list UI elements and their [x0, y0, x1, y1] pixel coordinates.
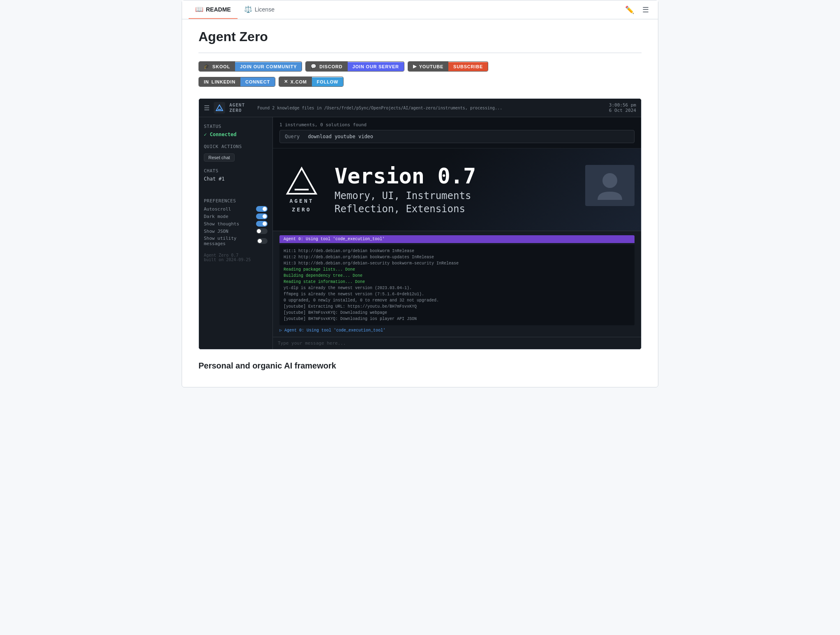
section-title: Personal and organic AI framework — [198, 361, 642, 371]
ss-query-row: Query download youtube video — [285, 134, 629, 139]
ss-terminal-line-6: yt-dlp is already the newest version (20… — [284, 285, 630, 291]
youtube-left: ▶ YOUTUBE — [408, 62, 448, 71]
ss-toggle-darkmode[interactable] — [256, 213, 268, 219]
linkedin-icon: in — [204, 79, 209, 84]
ss-terminal-footer: ▷ Agent 0: Using tool 'code_execution_to… — [279, 328, 635, 333]
page-wrapper: 📖 README ⚖️ License ✏️ ☰ Agent Zero 🎓 SK… — [182, 0, 658, 387]
ss-query-section: 1 instruments, 0 solutions found Query d… — [273, 117, 641, 148]
discord-icon: 💬 — [311, 64, 317, 69]
linkedin-badge: in LINKEDIN CONNECT — [198, 77, 275, 87]
badge-row-2: in LINKEDIN CONNECT ✕ X.COM FOLLOW — [198, 76, 642, 90]
tab-readme-label: README — [206, 6, 231, 13]
ss-pref-autoscroll: Autoscroll — [204, 206, 268, 212]
skool-icon: 🎓 — [204, 64, 210, 69]
ss-toggle-autoscroll[interactable] — [256, 206, 268, 212]
ss-terminal-line-5: Reading state information... Done — [284, 279, 630, 285]
ss-version-sub2: Reflection, Extensions — [335, 203, 476, 215]
youtube-badge: ▶ YOUTUBE SUBSCRIBE — [408, 61, 488, 72]
ss-status-section: Status ✓ Connected — [204, 124, 268, 137]
skool-right-btn[interactable]: JOIN OUR COMMUNITY — [235, 62, 302, 71]
ss-version-banner: AGENT ZERO Version 0.7 Memory, UI, Instr… — [273, 148, 641, 231]
skool-label: SKOOL — [212, 64, 230, 69]
ss-version-info: Agent Zero 0.7 built on 2024-09-25 — [204, 253, 268, 262]
ss-query-val: download youtube video — [308, 134, 373, 139]
ss-knowledge-msg: Found 2 knowledge files in /Users/frdel/… — [257, 106, 502, 110]
ss-pref-utility: Show utility messages — [204, 236, 268, 246]
discord-right-btn[interactable]: JOIN OUR SERVER — [348, 62, 404, 71]
ss-terminal-body: Hit:1 http://deb.debian.org/debian bookw… — [279, 245, 635, 325]
x-icon: ✕ — [284, 79, 288, 84]
ss-version-info-area: Version 0.7 Memory, UI, Instruments Refl… — [335, 165, 476, 214]
ss-terminal-line-11: [youtube] BH7mFsvxKYQ: Downloading ios p… — [284, 316, 630, 322]
ss-query-key: Query — [285, 134, 300, 139]
discord-label: DISCORD — [319, 64, 342, 69]
ss-chat-placeholder[interactable]: Type your message here... — [278, 341, 346, 346]
ss-chats-label: Chats — [204, 168, 268, 174]
agent-zero-logo — [285, 167, 318, 195]
ss-sidebar: Status ✓ Connected Quick Actions Reset c… — [199, 117, 273, 349]
ss-prefs-label: Preferences — [204, 198, 268, 204]
ss-toggle-thoughts[interactable] — [256, 221, 268, 227]
ss-toggle-json[interactable] — [256, 228, 268, 234]
xcom-right-btn[interactable]: FOLLOW — [312, 77, 343, 86]
ss-app-name: AGENTZERO — [229, 102, 245, 113]
list-button[interactable]: ☰ — [640, 3, 651, 17]
youtube-icon: ▶ — [413, 64, 417, 69]
divider — [198, 53, 642, 53]
ss-quick-actions-label: Quick Actions — [204, 144, 268, 149]
ss-chat-item[interactable]: Chat #1 — [204, 176, 268, 182]
edit-button[interactable]: ✏️ — [623, 3, 637, 17]
page-title: Agent Zero — [198, 29, 642, 44]
ss-toggle-utility[interactable] — [257, 238, 268, 244]
tabs-left: 📖 README ⚖️ License — [189, 0, 281, 19]
ss-logo — [214, 102, 225, 114]
skool-badge: 🎓 SKOOL JOIN OUR COMMUNITY — [198, 61, 302, 72]
xcom-badge: ✕ X.COM FOLLOW — [279, 76, 344, 87]
readme-icon: 📖 — [195, 5, 203, 13]
fake-screenshot: ☰ AGENTZERO Found 2 knowledge files in /… — [199, 99, 641, 349]
agent-logo-small — [216, 104, 223, 111]
tab-readme[interactable]: 📖 README — [189, 0, 238, 19]
ss-terminal-line-0: Hit:1 http://deb.debian.org/debian bookw… — [284, 248, 630, 254]
ss-pref-json: Show JSON — [204, 228, 268, 234]
ss-right: 1 instruments, 0 solutions found Query d… — [273, 117, 641, 349]
ss-instruments-found: 1 instruments, 0 solutions found — [279, 122, 635, 127]
ss-terminal-line-10: [youtube] BH7mFsvxKYQ: Downloading webpa… — [284, 310, 630, 316]
license-icon: ⚖️ — [244, 5, 252, 13]
ss-reset-btn[interactable]: Reset chat — [204, 153, 235, 162]
content-area: Agent Zero 🎓 SKOOL JOIN OUR COMMUNITY 💬 … — [182, 19, 658, 387]
screenshot-container: ☰ AGENTZERO Found 2 knowledge files in /… — [198, 98, 642, 350]
ss-chat-input-area: Type your message here... — [273, 337, 641, 349]
ss-terminal-header: Agent 0: Using tool 'code_execution_tool… — [279, 235, 635, 243]
ss-terminal-line-3: Reading package lists... Done — [284, 267, 630, 273]
discord-left: 💬 DISCORD — [306, 62, 347, 71]
xcom-left: ✕ X.COM — [279, 77, 312, 86]
ss-face-thumb — [585, 165, 635, 206]
linkedin-right-btn[interactable]: CONNECT — [240, 77, 275, 86]
ss-terminal: Agent 0: Using tool 'code_execution_tool… — [273, 231, 641, 337]
tab-license-label: License — [255, 6, 275, 13]
ss-preferences-section: Preferences Autoscroll Dark mode Show th… — [204, 198, 268, 246]
ss-menu-icon: ☰ — [204, 104, 210, 112]
ss-terminal-line-7: ffmpeg is already the newest version (7:… — [284, 291, 630, 297]
discord-badge: 💬 DISCORD JOIN OUR SERVER — [305, 61, 404, 72]
youtube-right-btn[interactable]: SUBSCRIBE — [448, 62, 488, 71]
ss-status-label: Status — [204, 124, 268, 129]
tab-license[interactable]: ⚖️ License — [238, 0, 281, 19]
ss-timestamp: 3:00:56 pm 6 Oct 2024 — [609, 102, 636, 113]
skool-left: 🎓 SKOOL — [199, 62, 235, 71]
linkedin-label: LINKEDIN — [212, 79, 235, 84]
ss-topbar-left: ☰ AGENTZERO Found 2 knowledge files in /… — [204, 102, 502, 114]
ss-terminal-line-8: 0 upgraded, 0 newly installed, 0 to remo… — [284, 297, 630, 304]
person-icon — [593, 169, 626, 202]
ss-terminal-line-1: Hit:2 http://deb.debian.org/debian bookw… — [284, 254, 630, 260]
linkedin-left: in LINKEDIN — [199, 77, 240, 86]
ss-terminal-line-9: [youtube] Extracting URL: https://youtu.… — [284, 304, 630, 310]
ss-query-box: Query download youtube video — [279, 130, 635, 143]
svg-point-4 — [602, 173, 617, 188]
ss-pref-darkmode: Dark mode — [204, 213, 268, 219]
ss-quick-actions-section: Quick Actions Reset chat — [204, 144, 268, 162]
ss-status-value: ✓ Connected — [204, 132, 268, 137]
ss-terminal-line-4: Building dependency tree... Done — [284, 273, 630, 279]
xcom-label: X.COM — [291, 79, 307, 84]
